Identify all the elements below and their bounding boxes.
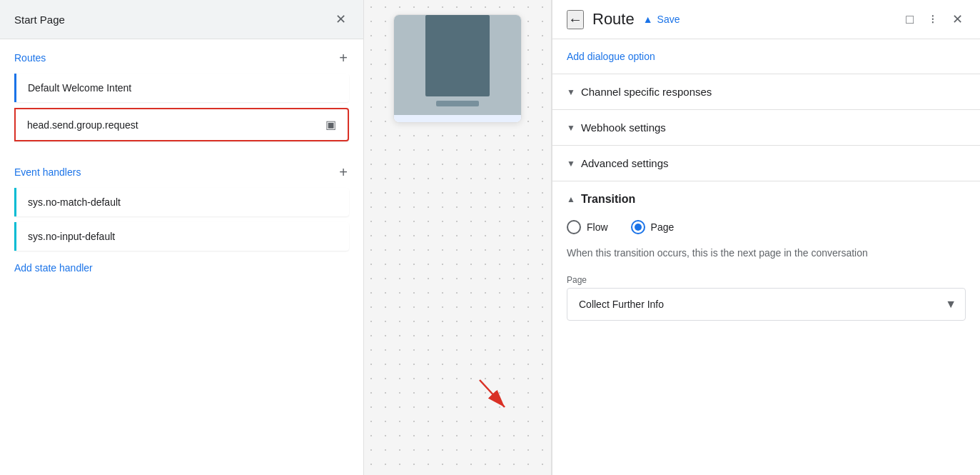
route-item-text-selected: head.send.group.request (27, 119, 138, 131)
left-panel-header: Start Page ✕ (0, 0, 363, 39)
channel-specific-title: Channel specific responses (581, 86, 712, 98)
save-label: Save (657, 14, 680, 25)
page-card-footer (394, 115, 521, 122)
radio-page-label: Page (651, 221, 675, 233)
section-divider (14, 153, 349, 154)
left-panel-title: Start Page (14, 14, 65, 26)
webhook-settings-header[interactable]: ▼ Webhook settings (567, 121, 966, 134)
layout-button[interactable]: ⁝ (928, 9, 938, 30)
copy-icon[interactable]: ▣ (325, 118, 336, 131)
page-field-container: Page Collect Further Info ▼ (567, 275, 966, 321)
back-button[interactable]: ← (567, 10, 584, 29)
save-icon: ▲ (643, 14, 653, 25)
event-handlers-label: Event handlers (14, 166, 81, 178)
routes-label: Routes (14, 52, 46, 64)
advanced-chevron-icon: ▼ (567, 159, 575, 169)
radio-flow[interactable]: Flow (567, 220, 608, 234)
transition-radio-group: Flow Page (567, 220, 966, 234)
event-handlers-section-header: Event handlers + (14, 165, 349, 179)
right-panel-title: Route (592, 10, 635, 29)
channel-specific-section: ▼ Channel specific responses (552, 74, 980, 110)
arrow-indicator (473, 373, 515, 418)
channel-specific-header[interactable]: ▼ Channel specific responses (567, 86, 966, 98)
event-item-no-input[interactable]: sys.no-input-default (14, 222, 349, 251)
radio-page[interactable]: Page (631, 220, 675, 234)
middle-canvas (364, 0, 551, 475)
event-item-no-match[interactable]: sys.no-match-default (14, 188, 349, 216)
right-panel: ← Route ▲ Save □ ⁝ ✕ Add dialogue option… (552, 0, 980, 475)
right-header-left: ← Route ▲ Save (567, 10, 680, 29)
routes-section-header: Routes + (14, 51, 349, 65)
transition-section: ▲ Transition Flow Page When this transit… (552, 181, 980, 332)
advanced-settings-title: Advanced settings (581, 157, 669, 169)
radio-flow-circle (567, 220, 581, 234)
route-item-selected[interactable]: head.send.group.request ▣ (14, 108, 349, 141)
advanced-settings-section: ▼ Advanced settings (552, 146, 980, 181)
page-card-screen (425, 15, 490, 96)
page-card-bar (436, 101, 479, 106)
right-header: ← Route ▲ Save □ ⁝ ✕ (552, 0, 980, 39)
radio-page-inner (635, 224, 642, 231)
webhook-chevron-icon: ▼ (567, 123, 575, 133)
event-item-text: sys.no-match-default (28, 196, 121, 208)
add-state-handler-link[interactable]: Add state handler (14, 262, 349, 274)
radio-page-circle (631, 220, 645, 234)
page-card-content (394, 15, 521, 115)
radio-flow-label: Flow (587, 221, 608, 233)
webhook-settings-title: Webhook settings (581, 121, 666, 134)
transition-title: Transition (581, 193, 635, 206)
left-panel: Start Page ✕ Routes + Default Welcome In… (0, 0, 364, 475)
close-button[interactable]: ✕ (333, 11, 349, 27)
left-panel-content: Routes + Default Welcome Intent head.sen… (0, 39, 363, 475)
right-header-actions: □ ⁝ ✕ (903, 9, 966, 30)
page-field-label: Page (567, 275, 966, 285)
webhook-settings-section: ▼ Webhook settings (552, 110, 980, 146)
transition-chevron-icon: ▲ (567, 194, 575, 204)
route-item-default[interactable]: Default Welcome Intent (14, 74, 349, 102)
save-button[interactable]: ▲ Save (643, 14, 680, 25)
add-event-button[interactable]: + (338, 165, 349, 179)
transition-description: When this transition occurs, this is the… (567, 246, 966, 261)
event-item-text2: sys.no-input-default (28, 231, 115, 242)
transition-header[interactable]: ▲ Transition (567, 193, 966, 206)
advanced-settings-header[interactable]: ▼ Advanced settings (567, 157, 966, 169)
route-item-text: Default Welcome Intent (28, 82, 131, 94)
page-select-wrapper: Collect Further Info ▼ (567, 288, 966, 321)
page-card (393, 14, 522, 123)
right-content: Add dialogue option ▼ Channel specific r… (552, 39, 980, 475)
add-dialogue-option-link[interactable]: Add dialogue option (552, 39, 980, 74)
page-select[interactable]: Collect Further Info (567, 289, 965, 320)
add-route-button[interactable]: + (338, 51, 349, 65)
svg-line-1 (480, 380, 505, 407)
channel-chevron-icon: ▼ (567, 87, 575, 97)
close-right-button[interactable]: ✕ (949, 9, 966, 30)
expand-button[interactable]: □ (903, 9, 916, 30)
